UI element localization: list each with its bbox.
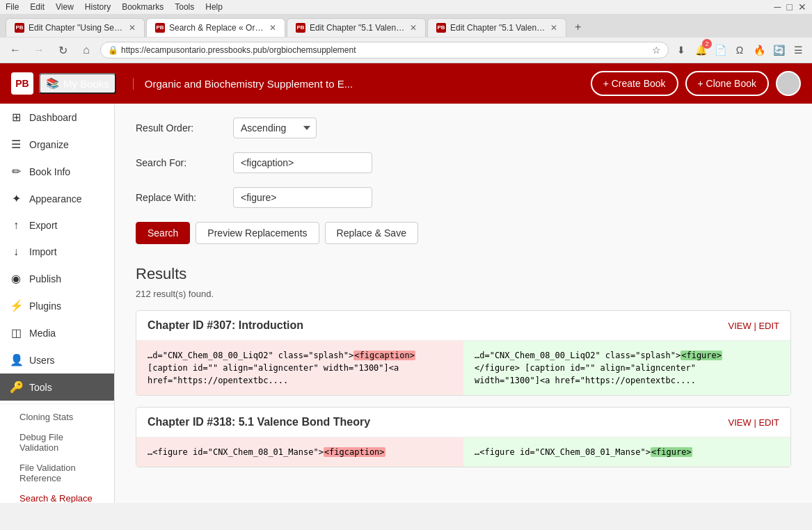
- reader-icon[interactable]: 📄: [712, 42, 729, 58]
- sidebar-sub-cloning-stats[interactable]: Cloning Stats: [0, 407, 114, 427]
- replace-with-input[interactable]: [233, 187, 372, 208]
- tab-1-label: Search & Replace « Organic and...: [169, 23, 265, 33]
- users-icon: 👤: [10, 353, 22, 367]
- close-button[interactable]: ✕: [798, 1, 806, 13]
- sidebar-sub-debug-file-validation[interactable]: Debug File Validation: [0, 427, 114, 458]
- menu-history[interactable]: History: [85, 2, 111, 12]
- preview-replacements-button[interactable]: Preview Replacements: [196, 222, 319, 244]
- result-card-307-view[interactable]: VIEW: [729, 321, 751, 331]
- tab-2-close[interactable]: ✕: [410, 23, 417, 33]
- result-card-318-view[interactable]: VIEW: [729, 417, 751, 428]
- bookmark-icon[interactable]: ☆: [652, 45, 661, 56]
- highlight-new-318: <figure>: [651, 447, 692, 457]
- results-heading: Results: [136, 265, 791, 283]
- sidebar-item-publish[interactable]: ◉ Publish: [0, 265, 114, 292]
- minimize-button[interactable]: ─: [774, 1, 781, 13]
- result-card-307-body: …d="CNX_Chem_08_00_LiqO2" class="splash"…: [136, 341, 790, 395]
- menu-help[interactable]: Help: [205, 2, 223, 12]
- extensions-icon[interactable]: 🔔2: [692, 42, 709, 58]
- menu-edit[interactable]: Edit: [30, 2, 45, 12]
- tab-0[interactable]: PB Edit Chapter "Using Search & R... ✕: [6, 18, 145, 37]
- sidebar-sub-file-validation-reference[interactable]: File Validation Reference: [0, 458, 114, 488]
- sidebar-item-import[interactable]: ↓ Import: [0, 239, 114, 265]
- user-avatar[interactable]: [776, 71, 801, 96]
- refresh-button[interactable]: ↻: [53, 40, 72, 60]
- tab-0-label: Edit Chapter "Using Search & R...: [29, 23, 125, 33]
- organize-icon: ☰: [10, 138, 22, 151]
- my-books-icon: 📚: [46, 77, 59, 90]
- sync-icon[interactable]: 🔄: [770, 42, 787, 58]
- replace-save-button[interactable]: Replace & Save: [325, 222, 418, 244]
- maximize-button[interactable]: □: [787, 1, 793, 13]
- result-card-307-title: Chapter ID #307: Introduction: [148, 319, 303, 332]
- dashboard-icon: ⊞: [10, 111, 22, 124]
- search-for-label: Search For:: [136, 157, 233, 168]
- forward-button[interactable]: →: [29, 40, 49, 60]
- tab-2[interactable]: PB Edit Chapter "5.1 Valence Bond ... ✕: [287, 18, 426, 37]
- tab-3[interactable]: PB Edit Chapter "5.1 Valence Bond ... ✕: [427, 18, 566, 37]
- result-card-307-header: Chapter ID #307: Introduction VIEW | EDI…: [136, 311, 790, 341]
- menu-bookmarks[interactable]: Bookmarks: [122, 2, 164, 12]
- menu-view[interactable]: View: [56, 2, 74, 12]
- sidebar-sub-search-replace[interactable]: Search & Replace: [0, 488, 114, 503]
- highlight-new-307: <figure>: [680, 351, 722, 360]
- home-button[interactable]: ⌂: [77, 40, 96, 60]
- highlight-old-318: <figcaption>: [324, 447, 385, 457]
- back-button[interactable]: ←: [6, 40, 25, 60]
- address-bar: ← → ↻ ⌂ 🔒 ☆ ⬇ 🔔2 📄 Ω 🔥 🔄 ☰: [0, 38, 812, 63]
- pocket-icon[interactable]: Ω: [731, 42, 748, 58]
- tab-2-label: Edit Chapter "5.1 Valence Bond ...: [310, 23, 406, 33]
- result-card-307-edit[interactable]: EDIT: [758, 321, 779, 331]
- new-tab-button[interactable]: +: [568, 17, 588, 38]
- page-content: Result Order: AscendingDescending Search…: [115, 104, 812, 503]
- sidebar-item-tools[interactable]: 🔑 Tools: [0, 374, 114, 401]
- result-card-318-edit[interactable]: EDIT: [758, 417, 779, 428]
- sidebar: ⊞ Dashboard ☰ Organize ✏ Book Info ✦ App…: [0, 104, 115, 503]
- tab-1-close[interactable]: ✕: [269, 23, 276, 33]
- sidebar-item-users[interactable]: 👤 Users: [0, 346, 114, 374]
- result-card-307: Chapter ID #307: Introduction VIEW | EDI…: [136, 310, 791, 396]
- search-for-input[interactable]: [233, 152, 372, 173]
- tab-1-icon: PB: [155, 23, 165, 33]
- fx-monitor-icon[interactable]: 🔥: [751, 42, 767, 58]
- clone-book-button[interactable]: + Clone Book: [685, 71, 769, 96]
- result-card-318-new: …<figure id="CNX_Chem_08_01_Manse"><figu…: [463, 437, 790, 467]
- sidebar-item-export[interactable]: ↑ Export: [0, 212, 114, 239]
- tab-0-icon: PB: [15, 23, 24, 33]
- more-icon[interactable]: ☰: [790, 42, 806, 58]
- result-card-318-header: Chapter ID #318: 5.1 Valence Bond Theory…: [136, 408, 790, 437]
- pressbooks-logo[interactable]: PB: [11, 72, 33, 95]
- sidebar-item-organize[interactable]: ☰ Organize: [0, 131, 114, 158]
- sidebar-item-dashboard[interactable]: ⊞ Dashboard: [0, 104, 114, 131]
- search-button[interactable]: Search: [136, 222, 190, 244]
- app-container: PB 📚 My Books Organic and Biochemistry S…: [0, 63, 812, 503]
- tab-3-label: Edit Chapter "5.1 Valence Bond ...: [450, 23, 546, 33]
- menu-tools[interactable]: Tools: [175, 2, 194, 12]
- sidebar-item-plugins[interactable]: ⚡ Plugins: [0, 292, 114, 319]
- downloads-icon[interactable]: ⬇: [673, 42, 690, 58]
- result-order-label: Result Order:: [136, 122, 233, 134]
- tab-3-close[interactable]: ✕: [550, 23, 557, 33]
- result-card-307-actions: VIEW | EDIT: [729, 321, 779, 331]
- my-books-button[interactable]: 📚 My Books: [39, 73, 116, 94]
- tab-0-close[interactable]: ✕: [129, 23, 136, 33]
- security-icon: 🔒: [108, 45, 118, 55]
- results-count: 212 result(s) found.: [136, 289, 791, 299]
- browser-menu-bar: File Edit View History Bookmarks Tools H…: [0, 0, 812, 14]
- result-order-select[interactable]: AscendingDescending: [233, 118, 317, 138]
- main-content: ⊞ Dashboard ☰ Organize ✏ Book Info ✦ App…: [0, 104, 812, 503]
- create-book-button[interactable]: + Create Book: [591, 71, 678, 96]
- sidebar-item-book-info[interactable]: ✏ Book Info: [0, 158, 114, 185]
- result-card-318-actions: VIEW | EDIT: [729, 417, 779, 428]
- book-title: Organic and Biochemistry Supplement to E…: [133, 78, 353, 90]
- address-input[interactable]: [121, 45, 649, 55]
- media-icon: ◫: [10, 326, 22, 339]
- sidebar-item-media[interactable]: ◫ Media: [0, 319, 114, 346]
- publish-icon: ◉: [10, 272, 22, 285]
- highlight-old-307: <figcaption>: [353, 351, 415, 360]
- tools-icon: 🔑: [10, 380, 22, 394]
- tab-1[interactable]: PB Search & Replace « Organic and... ✕: [146, 18, 285, 37]
- sidebar-item-appearance[interactable]: ✦ Appearance: [0, 185, 114, 212]
- menu-file[interactable]: File: [6, 2, 19, 12]
- appearance-icon: ✦: [10, 192, 22, 205]
